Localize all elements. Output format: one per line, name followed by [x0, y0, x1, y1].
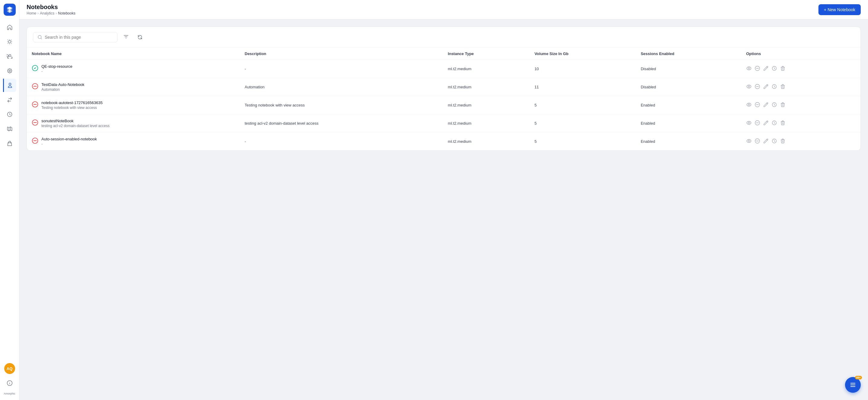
- sidebar-item-map[interactable]: [3, 122, 16, 136]
- notebook-name: Auto-session-enabled-notebook: [41, 137, 97, 141]
- edit-icon[interactable]: [763, 120, 769, 126]
- col-volume-size: Volume Size In Gb: [529, 48, 636, 60]
- breadcrumb: Home › Analytics › Notebooks: [27, 11, 75, 16]
- name-cell-text: notebook-autotest-1727616563635 Testing …: [41, 101, 102, 110]
- view-icon[interactable]: [746, 138, 752, 145]
- breadcrumb-analytics[interactable]: Analytics: [40, 11, 54, 16]
- cell-description: testing acl-v2 domain-dataset level acce…: [240, 114, 443, 133]
- header-left: Notebooks Home › Analytics › Notebooks: [27, 4, 75, 16]
- sidebar-item-home[interactable]: [3, 21, 16, 34]
- notebooks-card: Notebook Name Description Instance Type …: [27, 27, 861, 151]
- refresh-icon: [137, 34, 143, 40]
- delete-icon[interactable]: [780, 84, 785, 90]
- name-cell-text: sonutestNoteBook testing acl-v2 domain-d…: [41, 119, 110, 128]
- cell-options: [741, 114, 861, 133]
- notebook-name: sonutestNoteBook: [41, 119, 110, 123]
- edit-icon[interactable]: [763, 84, 769, 90]
- view-icon[interactable]: [746, 102, 752, 108]
- restore-icon[interactable]: [772, 102, 777, 108]
- breadcrumb-home[interactable]: Home: [27, 11, 36, 16]
- col-options: Options: [741, 48, 861, 60]
- restore-icon[interactable]: [772, 138, 777, 145]
- cell-name: Auto-session-enabled-notebook -: [27, 133, 240, 151]
- status-stopped-icon: [32, 137, 38, 144]
- notebook-sub: -: [41, 69, 72, 74]
- sidebar-item-users[interactable]: [3, 50, 16, 63]
- view-icon[interactable]: [746, 66, 752, 72]
- delete-icon[interactable]: [780, 66, 785, 72]
- col-description: Description: [240, 48, 443, 60]
- view-icon[interactable]: [746, 120, 752, 126]
- stop-icon[interactable]: [755, 84, 760, 90]
- cell-sessions-enabled: Enabled: [636, 96, 741, 114]
- name-cell: TestData-Auto-Notebook Automation: [32, 82, 235, 92]
- status-stopped-icon: [32, 101, 38, 108]
- sidebar-item-profile[interactable]: [3, 79, 16, 92]
- filter-icon: [123, 34, 129, 40]
- stop-icon[interactable]: [755, 120, 760, 126]
- cell-options: [741, 78, 861, 96]
- cell-sessions-enabled: Disabled: [636, 78, 741, 96]
- sidebar-item-pipeline[interactable]: [3, 35, 16, 49]
- refresh-button[interactable]: [134, 32, 145, 42]
- restore-icon[interactable]: [772, 120, 777, 126]
- stop-icon[interactable]: [755, 66, 760, 72]
- sidebar-item-connections[interactable]: [3, 93, 16, 107]
- cell-description: Testing notebook with view access: [240, 96, 443, 114]
- breadcrumb-sep-2: ›: [56, 11, 57, 16]
- notebook-sub: testing acl-v2 domain-dataset level acce…: [41, 124, 110, 128]
- avatar[interactable]: AQ: [4, 363, 15, 374]
- cell-volume-size: 11: [529, 78, 636, 96]
- action-icons: [746, 66, 856, 72]
- cell-volume-size: 5: [529, 114, 636, 133]
- search-input[interactable]: [45, 35, 113, 40]
- sidebar-item-settings[interactable]: [3, 64, 16, 78]
- cell-description: Automation: [240, 78, 443, 96]
- cell-name: notebook-autotest-1727616563635 Testing …: [27, 96, 240, 114]
- stop-icon[interactable]: [755, 102, 760, 108]
- cell-options: [741, 60, 861, 78]
- name-cell: Auto-session-enabled-notebook -: [32, 137, 235, 146]
- cell-options: [741, 96, 861, 114]
- notebook-name: notebook-autotest-1727616563635: [41, 101, 102, 105]
- delete-icon[interactable]: [780, 102, 785, 108]
- sidebar-item-info[interactable]: [3, 376, 16, 390]
- cell-instance-type: ml.t2.medium: [443, 114, 530, 133]
- edit-icon[interactable]: [763, 102, 769, 108]
- cell-volume-size: 5: [529, 133, 636, 151]
- restore-icon[interactable]: [772, 66, 777, 72]
- cell-sessions-enabled: Enabled: [636, 133, 741, 151]
- cell-sessions-enabled: Disabled: [636, 60, 741, 78]
- sidebar: AQ Amorphic: [0, 0, 19, 400]
- sidebar-item-history[interactable]: [3, 108, 16, 121]
- table-row: sonutestNoteBook testing acl-v2 domain-d…: [27, 114, 861, 133]
- search-box[interactable]: [33, 32, 118, 42]
- delete-icon[interactable]: [780, 120, 785, 126]
- fab-button[interactable]: 99+: [845, 377, 861, 393]
- table-toolbar: [27, 27, 861, 48]
- content-area: Notebook Name Description Instance Type …: [19, 19, 868, 400]
- status-running-icon: [32, 65, 38, 72]
- page-title: Notebooks: [27, 4, 75, 10]
- cell-name: sonutestNoteBook testing acl-v2 domain-d…: [27, 114, 240, 133]
- delete-icon[interactable]: [780, 138, 785, 145]
- new-notebook-button[interactable]: + New Notebook: [818, 4, 861, 15]
- restore-icon[interactable]: [772, 84, 777, 90]
- action-icons: [746, 102, 856, 108]
- stop-icon[interactable]: [755, 138, 760, 145]
- name-cell-text: Auto-session-enabled-notebook -: [41, 137, 97, 146]
- main-content: Notebooks Home › Analytics › Notebooks +…: [19, 0, 868, 400]
- view-icon[interactable]: [746, 84, 752, 90]
- cell-sessions-enabled: Enabled: [636, 114, 741, 133]
- sidebar-item-storage[interactable]: [3, 137, 16, 150]
- page-header: Notebooks Home › Analytics › Notebooks +…: [19, 0, 868, 19]
- col-sessions-enabled: Sessions Enabled: [636, 48, 741, 60]
- table-header-row: Notebook Name Description Instance Type …: [27, 48, 861, 60]
- edit-icon[interactable]: [763, 66, 769, 72]
- notebook-name: QE-stop-resource: [41, 64, 72, 69]
- cell-options: [741, 133, 861, 151]
- filter-button[interactable]: [121, 32, 131, 42]
- edit-icon[interactable]: [763, 138, 769, 145]
- notebook-sub: Automation: [41, 87, 84, 92]
- app-logo[interactable]: [4, 4, 16, 16]
